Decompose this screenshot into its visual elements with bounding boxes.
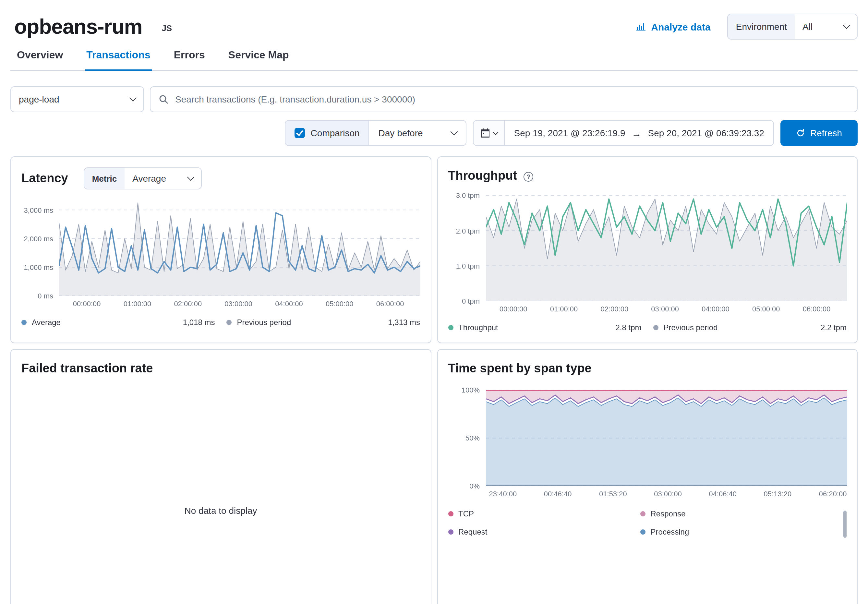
- legend-dot-icon: [640, 530, 645, 534]
- agent-badge: JS: [161, 23, 172, 33]
- tab-service-map[interactable]: Service Map: [227, 44, 290, 70]
- chevron-down-icon: [493, 130, 499, 135]
- page-header: opbeans-rum JS Analyze data Environment …: [10, 0, 858, 42]
- failed-rate-title: Failed transaction rate: [22, 361, 153, 376]
- analyze-data-link[interactable]: Analyze data: [636, 21, 710, 32]
- apm-transactions-page: opbeans-rum JS Analyze data Environment …: [0, 0, 868, 604]
- date-start[interactable]: Sep 19, 2021 @ 23:26:19.9: [514, 128, 625, 138]
- legend-label: Response: [651, 509, 686, 518]
- arrow-right-icon: →: [632, 127, 642, 138]
- legend-label: Previous period: [237, 318, 291, 327]
- latency-x-axis: 00:00:0001:00:0002:00:0003:00:0004:00:00…: [59, 296, 420, 309]
- search-bar[interactable]: [150, 86, 858, 112]
- failed-rate-panel: Failed transaction rate No data to displ…: [10, 349, 431, 604]
- legend-dot-icon: [448, 530, 453, 534]
- legend-dot-icon: [22, 320, 26, 325]
- latency-legend: Average 1,018 ms Previous period 1,313 m…: [22, 318, 420, 327]
- comparison-group: Comparison Day before: [285, 120, 467, 146]
- environment-value: All: [803, 22, 835, 32]
- date-picker-menu-button[interactable]: [474, 121, 505, 145]
- chevron-down-icon: [843, 22, 851, 29]
- legend-item[interactable]: TCP: [448, 509, 640, 518]
- analyze-chart-icon: [636, 22, 646, 32]
- legend-dot-icon: [227, 320, 232, 325]
- latency-metric-group: Metric Average: [84, 167, 202, 189]
- throughput-x-axis: 00:00:0001:00:0002:00:0003:00:0004:00:00…: [485, 301, 846, 314]
- span-type-legend: TCP Response Request Processing: [448, 509, 846, 536]
- latency-panel: Latency Metric Average 3,000 ms2,000 ms1…: [10, 156, 431, 343]
- transaction-type-select[interactable]: page-load: [10, 86, 144, 112]
- legend-label: Request: [458, 527, 487, 536]
- throughput-title: Throughput: [448, 169, 517, 183]
- legend-item[interactable]: Average 1,018 ms: [22, 318, 227, 327]
- tab-bar: Overview Transactions Errors Service Map: [10, 44, 858, 71]
- legend-dot-icon: [653, 325, 659, 330]
- legend-item[interactable]: Response: [640, 509, 832, 518]
- empty-state-text: No data to display: [22, 505, 420, 516]
- tab-transactions[interactable]: Transactions: [85, 44, 152, 70]
- search-icon: [158, 94, 169, 104]
- span-type-title: Time spent by span type: [448, 361, 592, 376]
- chevron-down-icon: [451, 128, 458, 136]
- legend-item[interactable]: Throughput 2.8 tpm: [448, 323, 653, 332]
- legend-value: 1,018 ms: [183, 318, 215, 327]
- date-range: Sep 19, 2021 @ 23:26:19.9 → Sep 20, 2021…: [505, 121, 773, 145]
- legend-dot-icon: [640, 511, 645, 516]
- throughput-y-axis: 3.0 tpm2.0 tpm1.0 tpm0 tpm: [448, 192, 485, 301]
- environment-select[interactable]: All: [795, 14, 857, 39]
- latency-metric-value: Average: [132, 173, 179, 184]
- legend-dot-icon: [448, 511, 453, 516]
- date-picker: Sep 19, 2021 @ 23:26:19.9 → Sep 20, 2021…: [473, 120, 774, 146]
- comparison-value: Day before: [378, 128, 443, 138]
- checkbox-checked-icon[interactable]: [294, 128, 305, 138]
- legend-scrollbar[interactable]: [843, 511, 846, 538]
- legend-label: Throughput: [458, 323, 498, 332]
- dashboard-panels: Latency Metric Average 3,000 ms2,000 ms1…: [10, 156, 858, 604]
- chevron-down-icon: [187, 173, 195, 181]
- tab-errors[interactable]: Errors: [172, 44, 206, 70]
- legend-value: 1,313 ms: [388, 318, 420, 327]
- span-type-panel: Time spent by span type 100%50%0% 23:40:…: [437, 349, 858, 604]
- span-type-chart: 100%50%0% 23:40:0000:46:4001:53:2003:00:…: [448, 387, 846, 499]
- span-type-x-axis: 23:40:0000:46:4001:53:2003:00:0004:06:40…: [485, 486, 846, 499]
- legend-label: Processing: [651, 527, 689, 536]
- transaction-type-value: page-load: [19, 94, 121, 104]
- filter-bar: page-load: [10, 86, 858, 112]
- legend-item[interactable]: Previous period 2.2 tpm: [653, 323, 847, 332]
- throughput-plot: [485, 192, 846, 301]
- throughput-legend: Throughput 2.8 tpm Previous period 2.2 t…: [448, 323, 846, 332]
- legend-value: 2.8 tpm: [615, 323, 641, 332]
- legend-label: Average: [32, 318, 60, 327]
- time-controls: Comparison Day before Sep 19, 2021 @ 23:…: [10, 120, 858, 146]
- tab-overview[interactable]: Overview: [16, 44, 64, 70]
- calendar-icon: [480, 128, 491, 138]
- legend-item[interactable]: Processing: [640, 527, 832, 536]
- span-type-y-axis: 100%50%0%: [448, 387, 485, 486]
- legend-value: 2.2 tpm: [821, 323, 846, 332]
- date-end[interactable]: Sep 20, 2021 @ 06:39:23.32: [648, 128, 764, 138]
- legend-item[interactable]: Previous period 1,313 ms: [227, 318, 420, 327]
- legend-item[interactable]: Request: [448, 527, 640, 536]
- analyze-data-label: Analyze data: [651, 21, 710, 32]
- latency-y-axis: 3,000 ms2,000 ms1,000 ms0 ms: [22, 198, 59, 296]
- refresh-button[interactable]: Refresh: [780, 120, 858, 146]
- latency-title: Latency: [22, 171, 68, 186]
- throughput-panel: Throughput ? 3.0 tpm2.0 tpm1.0 tpm0 tpm …: [437, 156, 858, 343]
- comparison-label: Comparison: [311, 128, 360, 138]
- environment-filter: Environment All: [727, 14, 858, 40]
- comparison-checkbox[interactable]: Comparison: [285, 121, 369, 145]
- page-title: opbeans-rum: [14, 15, 142, 39]
- refresh-icon: [796, 129, 805, 138]
- comparison-select[interactable]: Day before: [369, 121, 466, 145]
- metric-label: Metric: [84, 168, 125, 189]
- refresh-label: Refresh: [810, 128, 842, 138]
- span-type-plot: [485, 387, 846, 486]
- search-input[interactable]: [174, 87, 849, 112]
- environment-label: Environment: [728, 14, 795, 39]
- help-icon[interactable]: ?: [524, 172, 533, 181]
- latency-plot: [59, 198, 420, 296]
- legend-label: TCP: [458, 509, 474, 518]
- latency-metric-select[interactable]: Average: [124, 168, 201, 189]
- legend-label: Previous period: [663, 323, 718, 332]
- legend-dot-icon: [448, 325, 453, 330]
